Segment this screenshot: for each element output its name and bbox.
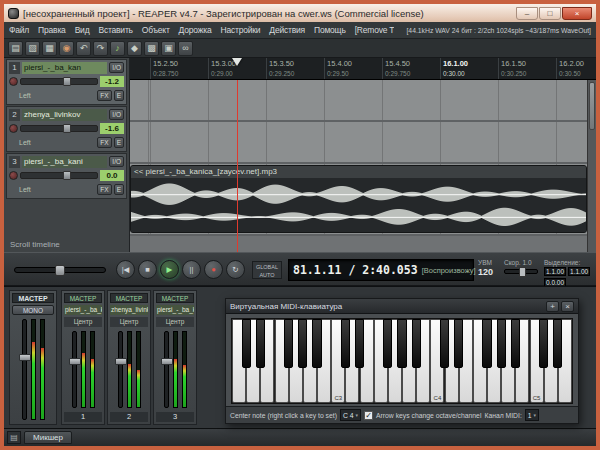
rate-slider-thumb[interactable] xyxy=(519,267,526,277)
track-io-button[interactable]: I/O xyxy=(109,109,124,120)
mixer-strip[interactable]: МАСТЕР piersi_-_ba_k Центр 3 xyxy=(153,290,197,425)
undo-icon[interactable]: ↶ xyxy=(76,41,91,56)
transport-slider[interactable] xyxy=(14,267,106,273)
volume-fader[interactable] xyxy=(164,331,169,408)
fader-cap[interactable] xyxy=(115,358,127,365)
menu-item-help[interactable]: Помощь xyxy=(314,25,346,35)
track-io-button[interactable]: I/O xyxy=(109,156,124,167)
snap-toggle-icon[interactable]: ◆ xyxy=(127,41,142,56)
track-volume-fader[interactable] xyxy=(20,172,98,179)
play-button[interactable]: ▶ xyxy=(160,260,179,279)
menu-item-insert[interactable]: Вставить xyxy=(98,25,132,35)
fader-cap[interactable] xyxy=(63,77,71,86)
record-button[interactable]: ● xyxy=(204,260,223,279)
redo-icon[interactable]: ↷ xyxy=(93,41,108,56)
mixer-strip[interactable]: МАСТЕР zhenya_livink Центр 2 xyxy=(107,290,151,425)
fader-cap[interactable] xyxy=(63,124,71,133)
vertical-scrollbar[interactable] xyxy=(587,80,596,252)
arrow-keys-checkbox[interactable]: ✓ xyxy=(364,411,373,420)
repeat-button[interactable]: ↻ xyxy=(226,260,245,279)
track-volume-fader[interactable] xyxy=(20,125,98,132)
track-panel[interactable]: 1 piersi_-_ba_kan I/O -1.2 Left FX E xyxy=(6,59,127,105)
pause-button[interactable]: || xyxy=(182,260,201,279)
center-note-select[interactable]: C 4▾ xyxy=(340,409,361,421)
track-envelope-button[interactable]: E xyxy=(114,184,124,195)
piano-black-key[interactable] xyxy=(383,319,392,368)
midi-window-titlebar[interactable]: Виртуальная MIDI-клавиатура + × xyxy=(226,299,578,314)
track-fx-button[interactable]: FX xyxy=(97,90,111,101)
mixer-track-name[interactable]: piersi_-_ba_k xyxy=(156,305,194,315)
pin-icon[interactable]: + xyxy=(546,301,559,312)
piano-black-key[interactable] xyxy=(539,319,548,368)
virtual-midi-keyboard-window[interactable]: Виртуальная MIDI-клавиатура + × C3C4C5 C… xyxy=(225,298,579,424)
close-button[interactable]: × xyxy=(562,7,592,20)
titlebar[interactable]: [несохраненный проект] - REAPER v4.7 - З… xyxy=(4,4,596,22)
grid-settings-icon[interactable]: ▩ xyxy=(144,41,159,56)
piano-black-key[interactable] xyxy=(440,319,449,368)
mixer-track-name[interactable]: zhenya_livink xyxy=(110,305,148,315)
track-volume-fader[interactable] xyxy=(20,78,98,85)
piano-black-key[interactable] xyxy=(284,319,293,368)
mono-button[interactable]: MONO xyxy=(12,305,54,315)
fader-cap[interactable] xyxy=(63,171,71,180)
track-name[interactable]: piersi_-_ba_kan xyxy=(22,62,107,74)
piano-black-key[interactable] xyxy=(298,319,307,368)
position-display[interactable]: 81.1.11 / 2:40.053 [Воспроизвожу] xyxy=(288,259,474,281)
new-project-icon[interactable]: ▤ xyxy=(8,41,23,56)
piano-black-key[interactable] xyxy=(341,319,350,368)
track-fx-button[interactable]: FX xyxy=(97,137,111,148)
minimize-button[interactable]: – xyxy=(516,7,538,20)
render-icon[interactable]: ◉ xyxy=(59,41,74,56)
track-fx-button[interactable]: FX xyxy=(97,184,111,195)
track-lane-1[interactable] xyxy=(130,80,596,122)
track-panel[interactable]: 3 piersi_-_ba_kani I/O 0.0 Left FX E xyxy=(6,153,127,199)
piano-black-key[interactable] xyxy=(511,319,520,368)
global-automation-button[interactable]: GLOBAL AUTO xyxy=(252,261,282,279)
record-arm-button[interactable] xyxy=(9,77,18,86)
menu-item-file[interactable]: Файл xyxy=(9,25,29,35)
piano-black-key[interactable] xyxy=(397,319,406,368)
menu-item-actions[interactable]: Действия xyxy=(269,25,305,35)
go-to-start-button[interactable]: |◀ xyxy=(116,260,135,279)
record-arm-button[interactable] xyxy=(9,171,18,180)
piano-black-key[interactable] xyxy=(553,319,562,368)
piano-black-key[interactable] xyxy=(454,319,463,368)
mixer-strip[interactable]: МАСТЕР piersi_-_ba_ka Центр 1 xyxy=(61,290,105,425)
volume-fader[interactable] xyxy=(72,331,77,408)
track-lane-3[interactable]: << piersi_-_ba_kanica_[zaycev.net].mp3 xyxy=(130,164,596,236)
menu-item-options[interactable]: Настройки xyxy=(220,25,260,35)
rate-slider[interactable] xyxy=(504,269,538,274)
lock-icon[interactable]: ▣ xyxy=(161,41,176,56)
route-button[interactable]: МАСТЕР xyxy=(110,293,148,303)
pan-control[interactable]: Центр xyxy=(64,317,102,327)
timeline-ruler[interactable]: 15.2.50 0:28.750 15.3.00 0:29.00 15.3.50… xyxy=(130,58,596,80)
piano-black-key[interactable] xyxy=(256,319,265,368)
piano-black-key[interactable] xyxy=(482,319,491,368)
master-strip[interactable]: МАСТЕР MONO xyxy=(9,290,57,425)
crossfade-icon[interactable]: ∞ xyxy=(178,41,193,56)
menu-item-item[interactable]: Объект xyxy=(142,25,170,35)
menu-item-track[interactable]: Дорожка xyxy=(179,25,212,35)
open-project-icon[interactable]: ▧ xyxy=(25,41,40,56)
play-cursor-marker[interactable] xyxy=(232,58,242,66)
track-name[interactable]: zhenya_livinkov xyxy=(22,109,107,121)
piano-black-key[interactable] xyxy=(497,319,506,368)
fader-cap[interactable] xyxy=(69,358,81,365)
menu-item-edit[interactable]: Правка xyxy=(38,25,66,35)
maximize-button[interactable]: □ xyxy=(539,7,561,20)
selection-value[interactable]: 1.1.00 xyxy=(568,267,590,276)
record-arm-button[interactable] xyxy=(9,124,18,133)
midi-channel-select[interactable]: 1▾ xyxy=(525,409,539,421)
track-panel[interactable]: 2 zhenya_livinkov I/O -1.6 Left FX E xyxy=(6,106,127,152)
volume-fader[interactable] xyxy=(118,331,123,408)
mixer-track-name[interactable]: piersi_-_ba_ka xyxy=(64,305,102,315)
piano-black-key[interactable] xyxy=(412,319,421,368)
rate-value[interactable]: 1.0 xyxy=(522,259,531,266)
menu-item-remove-track-selection[interactable]: [Remove Track Selection] xyxy=(355,25,394,35)
pan-control[interactable]: Центр xyxy=(110,317,148,327)
selection-value[interactable]: 1.1.00 xyxy=(544,267,566,276)
stop-button[interactable]: ■ xyxy=(138,260,157,279)
docker-icon[interactable]: ▤ xyxy=(7,431,21,444)
piano-black-key[interactable] xyxy=(355,319,364,368)
media-item[interactable]: << piersi_-_ba_kanica_[zaycev.net].mp3 xyxy=(130,165,587,233)
